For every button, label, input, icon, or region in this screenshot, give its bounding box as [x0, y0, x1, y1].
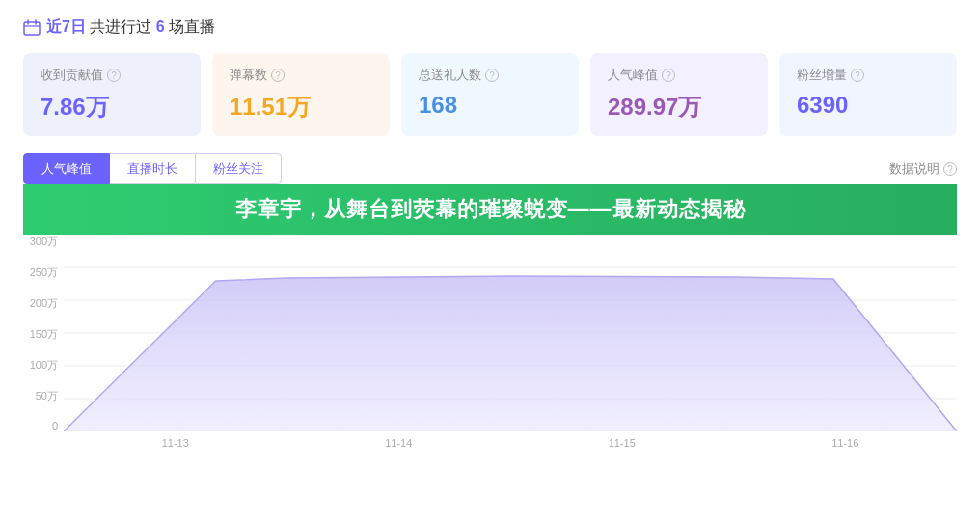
- announcement-banner: 李章宇，从舞台到荧幕的璀璨蜕变——最新动态揭秘: [23, 184, 957, 235]
- chart-area: 300万 250万 200万 150万 100万 50万 0 李章宇，从舞台到荧…: [23, 184, 957, 455]
- x-label-1113: 11-13: [162, 437, 189, 449]
- tab-fans[interactable]: 粉丝关注: [195, 153, 282, 184]
- y-label-50: 50万: [36, 389, 58, 403]
- data-note: 数据说明 ?: [889, 160, 957, 178]
- tabs-left: 人气峰值 直播时长 粉丝关注: [23, 153, 282, 184]
- y-label-150: 150万: [30, 327, 58, 342]
- y-label-300: 300万: [30, 235, 58, 249]
- y-axis-labels: 300万 250万 200万 150万 100万 50万 0: [23, 235, 64, 431]
- tabs-row: 人气峰值 直播时长 粉丝关注 数据说明 ?: [23, 153, 957, 184]
- chart-svg: [64, 235, 957, 431]
- tab-duration[interactable]: 直播时长: [110, 153, 195, 184]
- stat-value-gifts: 168: [419, 92, 561, 119]
- stat-value-danmu: 11.51万: [230, 92, 372, 123]
- y-label-200: 200万: [30, 296, 58, 311]
- stat-label-popularity: 人气峰值 ?: [608, 67, 750, 84]
- help-icon-data-note[interactable]: ?: [943, 162, 957, 176]
- tab-popularity[interactable]: 人气峰值: [23, 153, 110, 184]
- help-icon-popularity[interactable]: ?: [662, 69, 675, 82]
- header-title: 近7日 共进行过 6 场直播: [46, 17, 215, 38]
- stats-row: 收到贡献值 ? 7.86万 弹幕数 ? 11.51万 总送礼人数 ? 168 人…: [23, 53, 957, 136]
- stat-value-contributions: 7.86万: [41, 92, 183, 123]
- stat-value-popularity: 289.97万: [608, 92, 750, 123]
- calendar-icon: [23, 19, 41, 37]
- svg-rect-0: [24, 22, 40, 35]
- stat-card-gifts: 总送礼人数 ? 168: [401, 53, 579, 136]
- help-icon-fans[interactable]: ?: [851, 69, 864, 82]
- help-icon-gifts[interactable]: ?: [485, 69, 499, 82]
- help-icon-danmu[interactable]: ?: [271, 69, 285, 82]
- header-row: 近7日 共进行过 6 场直播: [23, 17, 957, 38]
- x-axis-labels: 11-13 11-14 11-15 11-16: [64, 431, 957, 455]
- x-label-1115: 11-15: [609, 437, 636, 449]
- stat-card-popularity: 人气峰值 ? 289.97万: [590, 53, 768, 136]
- announcement-text: 李章宇，从舞台到荧幕的璀璨蜕变——最新动态揭秘: [235, 195, 746, 224]
- stat-card-danmu: 弹幕数 ? 11.51万: [212, 53, 390, 136]
- x-label-1116: 11-16: [831, 437, 858, 449]
- stat-label-gifts: 总送礼人数 ?: [419, 67, 561, 84]
- y-label-250: 250万: [30, 265, 58, 280]
- help-icon-contributions[interactable]: ?: [107, 69, 121, 82]
- stat-label-danmu: 弹幕数 ?: [230, 67, 372, 84]
- stat-value-fans: 6390: [797, 92, 939, 119]
- stat-label-contributions: 收到贡献值 ?: [41, 67, 183, 84]
- stat-card-fans: 粉丝增量 ? 6390: [779, 53, 957, 136]
- x-label-1114: 11-14: [385, 437, 412, 449]
- stat-label-fans: 粉丝增量 ?: [797, 67, 939, 84]
- y-label-100: 100万: [30, 358, 58, 373]
- stat-card-contributions: 收到贡献值 ? 7.86万: [23, 53, 201, 136]
- page-container: 近7日 共进行过 6 场直播 收到贡献值 ? 7.86万 弹幕数 ? 11.51…: [0, 0, 980, 527]
- y-label-0: 0: [52, 420, 58, 431]
- chart-svg-wrapper: [64, 235, 957, 431]
